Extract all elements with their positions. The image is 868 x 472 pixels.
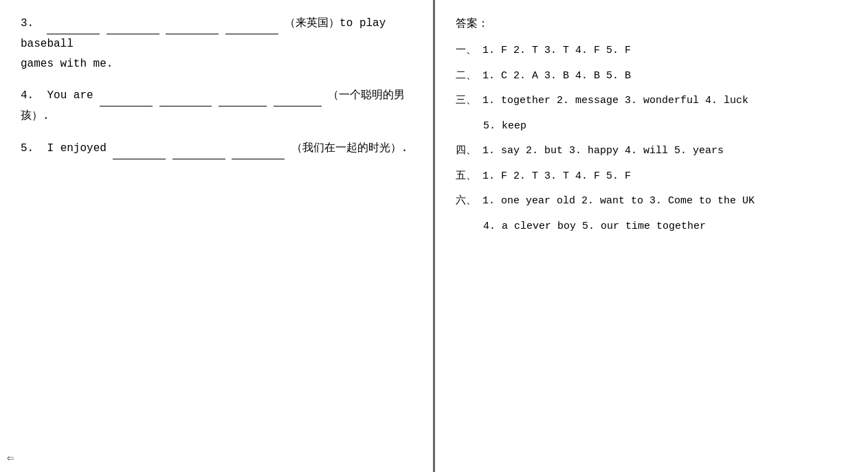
q4-blank-1: [100, 86, 153, 106]
q3-blank-3: [166, 14, 219, 34]
q5-before: I enjoyed: [47, 142, 106, 155]
answer-si-label: 四、: [456, 145, 476, 157]
q3-blank-4: [225, 14, 278, 34]
q5-number: 5.: [21, 142, 41, 155]
answer-er: 二、 1. C 2. A 3. B 4. B 5. B: [456, 67, 847, 87]
answer-san-label: 三、: [456, 95, 476, 106]
q5-blank-2: [173, 139, 225, 159]
answer-yi-content: 1. F 2. T 3. T 4. F 5. F: [482, 45, 631, 56]
q4-number: 4.: [21, 89, 41, 102]
answer-si-content: 1. say 2. but 3. happy 4. will 5. years: [482, 145, 724, 157]
answer-san: 三、 1. together 2. message 3. wonderful 4…: [456, 91, 847, 111]
question-5: 5. I enjoyed （我们在一起的时光）.: [21, 139, 412, 159]
left-panel: 3. （来英国）to play baseball games with me. …: [0, 0, 433, 472]
answer-er-label: 二、: [456, 70, 476, 82]
right-panel: 答案： 一、 1. F 2. T 3. T 4. F 5. F 二、 1. C …: [435, 0, 868, 472]
q3-blank-1: [47, 14, 100, 34]
question-4: 4. You are （一个聪明的男孩）.: [21, 86, 412, 126]
answer-section: 答案： 一、 1. F 2. T 3. T 4. F 5. F 二、 1. C …: [456, 14, 847, 236]
q4-blank-4: [274, 86, 322, 106]
question-3: 3. （来英国）to play baseball games with me.: [21, 14, 412, 74]
answer-liu-label: 六、: [456, 195, 476, 207]
q3-number: 3.: [21, 17, 41, 30]
q3-after: games with me.: [21, 58, 113, 70]
q4-blank-2: [159, 86, 212, 106]
q5-blank-3: [232, 139, 285, 159]
answer-yi-label: 一、: [456, 45, 476, 56]
answer-san-extra: 5. keep: [483, 117, 847, 137]
answer-liu-content: 1. one year old 2. want to 3. Come to th…: [482, 195, 755, 207]
q4-blank-3: [219, 86, 267, 106]
q3-blank-2: [107, 14, 159, 34]
answer-liu-extra: 4. a clever boy 5. our time together: [483, 217, 847, 237]
answer-san-extra-content: 5. keep: [483, 120, 526, 132]
q5-blank-1: [113, 139, 166, 159]
back-icon[interactable]: ⇐: [7, 450, 14, 465]
answer-san-content: 1. together 2. message 3. wonderful 4. l…: [482, 95, 748, 106]
answer-si: 四、 1. say 2. but 3. happy 4. will 5. yea…: [456, 142, 847, 161]
answer-wu-content: 1. F 2. T 3. T 4. F 5. F: [482, 170, 631, 182]
answer-title: 答案：: [456, 14, 847, 34]
answer-wu-label: 五、: [456, 170, 476, 182]
answer-er-content: 1. C 2. A 3. B 4. B 5. B: [482, 70, 631, 82]
answer-wu: 五、 1. F 2. T 3. T 4. F 5. F: [456, 167, 847, 187]
answer-liu-extra-content: 4. a clever boy 5. our time together: [483, 221, 706, 232]
q4-before: You are: [47, 89, 93, 102]
answer-yi: 一、 1. F 2. T 3. T 4. F 5. F: [456, 41, 847, 61]
answer-liu: 六、 1. one year old 2. want to 3. Come to…: [456, 192, 847, 212]
q5-chinese: （我们在一起的时光）.: [291, 142, 408, 155]
